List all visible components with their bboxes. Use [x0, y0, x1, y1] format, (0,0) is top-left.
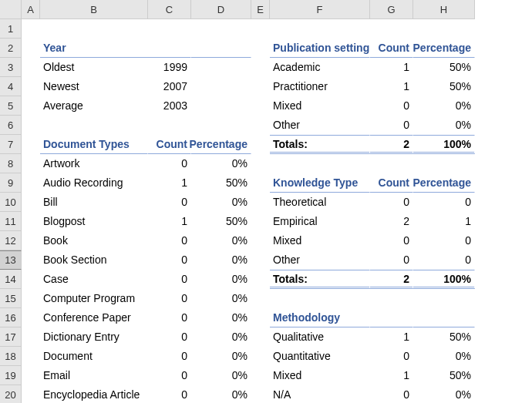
- doc-row-count[interactable]: 0: [148, 366, 191, 385]
- cell[interactable]: [22, 193, 40, 212]
- cell[interactable]: [22, 77, 40, 96]
- row-header-6[interactable]: 6: [0, 116, 22, 135]
- know-row-label[interactable]: Mixed: [270, 231, 370, 250]
- cell[interactable]: [370, 19, 413, 39]
- know-row-count[interactable]: 0: [370, 231, 413, 250]
- cell[interactable]: [191, 39, 251, 58]
- meth-row-count[interactable]: 1: [370, 366, 413, 385]
- cell[interactable]: [270, 154, 370, 173]
- pub-row-label[interactable]: Other: [270, 116, 370, 135]
- doc-row-count[interactable]: 0: [148, 250, 191, 270]
- doc-row-count[interactable]: 0: [148, 289, 191, 308]
- row-header-9[interactable]: 9: [0, 173, 22, 193]
- cell[interactable]: [22, 212, 40, 231]
- pub-row-pct[interactable]: 0%: [413, 96, 475, 116]
- pub-row-label[interactable]: Mixed: [270, 96, 370, 116]
- doc-row-pct[interactable]: 0%: [191, 289, 251, 308]
- meth-row-label[interactable]: N/A: [270, 385, 370, 403]
- cell[interactable]: [22, 347, 40, 366]
- doc-row-label[interactable]: Computer Program: [40, 289, 148, 308]
- doc-row-pct[interactable]: 0%: [191, 250, 251, 270]
- col-header-H[interactable]: H: [413, 0, 475, 19]
- pub-row-count[interactable]: 1: [370, 77, 413, 96]
- cell[interactable]: [251, 173, 270, 193]
- cell[interactable]: [191, 96, 251, 116]
- col-header-B[interactable]: B: [40, 0, 148, 19]
- cell[interactable]: [251, 366, 270, 385]
- doc-row-label[interactable]: Document: [40, 347, 148, 366]
- row-header-10[interactable]: 10: [0, 193, 22, 212]
- pub-title[interactable]: Publication setting: [270, 39, 370, 58]
- cell[interactable]: [22, 366, 40, 385]
- cell[interactable]: [413, 308, 475, 327]
- row-header-5[interactable]: 5: [0, 96, 22, 116]
- pub-totals-label[interactable]: Totals:: [270, 135, 370, 154]
- cell[interactable]: [191, 58, 251, 77]
- cell[interactable]: [40, 19, 148, 39]
- know-row-pct[interactable]: 0: [413, 231, 475, 250]
- doc-row-count[interactable]: 1: [148, 173, 191, 193]
- row-header-7[interactable]: 7: [0, 135, 22, 154]
- cell[interactable]: [413, 154, 475, 173]
- doc-row-count[interactable]: 0: [148, 231, 191, 250]
- cell[interactable]: [370, 289, 413, 308]
- cell[interactable]: [22, 385, 40, 403]
- col-header-E[interactable]: E: [251, 0, 270, 19]
- doc-row-count[interactable]: 0: [148, 385, 191, 403]
- doc-title[interactable]: Document Types: [40, 135, 148, 154]
- meth-row-pct[interactable]: 50%: [413, 366, 475, 385]
- know-row-label[interactable]: Theoretical: [270, 193, 370, 212]
- cell[interactable]: [251, 385, 270, 403]
- doc-row-label[interactable]: Blogpost: [40, 212, 148, 231]
- pub-totals-pct[interactable]: 100%: [413, 135, 475, 154]
- row-header-11[interactable]: 11: [0, 212, 22, 231]
- know-row-pct[interactable]: 0: [413, 250, 475, 270]
- cell[interactable]: [251, 58, 270, 77]
- doc-row-count[interactable]: 0: [148, 327, 191, 347]
- doc-row-count[interactable]: 0: [148, 154, 191, 173]
- know-row-count[interactable]: 2: [370, 212, 413, 231]
- cell[interactable]: [191, 19, 251, 39]
- meth-row-label[interactable]: Quantitative: [270, 347, 370, 366]
- doc-row-label[interactable]: Audio Recording: [40, 173, 148, 193]
- doc-row-label[interactable]: Conference Paper: [40, 308, 148, 327]
- row-header-19[interactable]: 19: [0, 366, 22, 385]
- doc-count-h[interactable]: Count: [148, 135, 191, 154]
- cell[interactable]: [251, 193, 270, 212]
- pub-totals-count[interactable]: 2: [370, 135, 413, 154]
- row-header-1[interactable]: 1: [0, 19, 22, 39]
- know-totals-count[interactable]: 2: [370, 270, 413, 289]
- cell[interactable]: [22, 96, 40, 116]
- row-header-4[interactable]: 4: [0, 77, 22, 96]
- cell[interactable]: [22, 289, 40, 308]
- col-header-F[interactable]: F: [270, 0, 370, 19]
- cell[interactable]: [22, 116, 40, 135]
- doc-row-count[interactable]: 0: [148, 308, 191, 327]
- row-header-12[interactable]: 12: [0, 231, 22, 250]
- cell[interactable]: [251, 19, 270, 39]
- cell[interactable]: [251, 116, 270, 135]
- doc-row-pct[interactable]: 50%: [191, 212, 251, 231]
- know-pct-h[interactable]: Percentage: [413, 173, 475, 193]
- cell[interactable]: [22, 250, 40, 270]
- know-row-count[interactable]: 0: [370, 250, 413, 270]
- cell[interactable]: [251, 154, 270, 173]
- year-newest-label[interactable]: Newest: [40, 77, 148, 96]
- meth-row-pct[interactable]: 0%: [413, 347, 475, 366]
- meth-row-pct[interactable]: 50%: [413, 327, 475, 347]
- meth-row-label[interactable]: Mixed: [270, 366, 370, 385]
- cell[interactable]: [251, 289, 270, 308]
- row-header-17[interactable]: 17: [0, 327, 22, 347]
- doc-pct-h[interactable]: Percentage: [191, 135, 251, 154]
- col-header-G[interactable]: G: [370, 0, 413, 19]
- row-header-18[interactable]: 18: [0, 347, 22, 366]
- year-oldest-label[interactable]: Oldest: [40, 58, 148, 77]
- col-header-A[interactable]: A: [22, 0, 40, 19]
- year-average-label[interactable]: Average: [40, 96, 148, 116]
- cell[interactable]: [413, 289, 475, 308]
- cell[interactable]: [191, 77, 251, 96]
- doc-row-label[interactable]: Artwork: [40, 154, 148, 173]
- doc-row-label[interactable]: Dictionary Entry: [40, 327, 148, 347]
- know-totals-pct[interactable]: 100%: [413, 270, 475, 289]
- doc-row-pct[interactable]: 0%: [191, 308, 251, 327]
